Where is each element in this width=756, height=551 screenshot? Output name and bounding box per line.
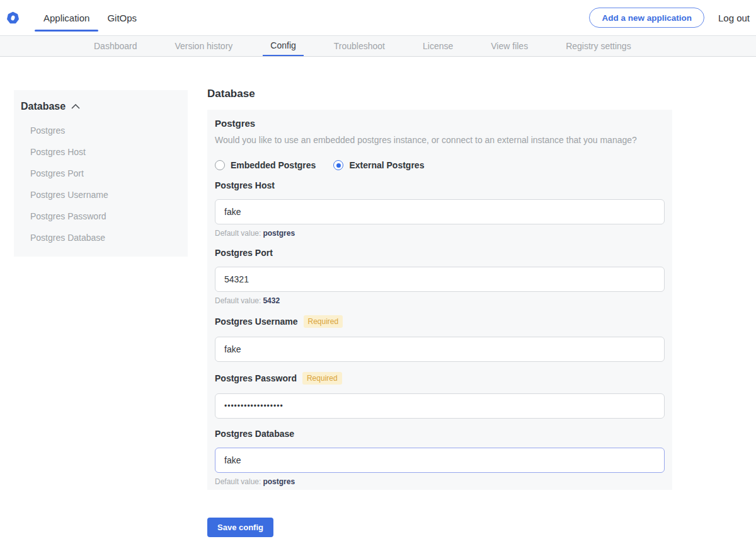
field-label: Postgres Password — [215, 373, 297, 383]
radio-external-postgres[interactable]: External Postgres — [333, 160, 424, 170]
sidebar-group-title: Database — [21, 101, 66, 112]
field-label: Postgres Port — [215, 248, 273, 258]
field-label: Postgres Username — [215, 316, 298, 327]
subnav-item-version-history[interactable]: Version history — [175, 36, 233, 56]
chevron-up-icon — [71, 104, 80, 109]
config-field: Postgres Password Required — [215, 372, 665, 419]
config-field: Postgres Host Default value:postgres — [215, 180, 665, 238]
config-field: Postgres Database Default value:postgres — [215, 429, 665, 486]
app-subnav: DashboardVersion historyConfigTroublesho… — [0, 35, 756, 57]
default-value-helper: Default value:postgres — [215, 477, 665, 486]
sidebar-item-list: PostgresPostgres HostPostgres PortPostgr… — [14, 120, 188, 248]
sidebar-item-postgres-database[interactable]: Postgres Database — [14, 227, 188, 248]
save-config-button[interactable]: Save config — [207, 518, 273, 537]
config-field: Postgres Port Default value:5432 — [215, 248, 665, 305]
postgres-port-input[interactable] — [215, 267, 665, 292]
logout-button[interactable]: Log out — [718, 13, 750, 23]
app-logo-icon[interactable] — [6, 11, 20, 25]
default-value: postgres — [263, 477, 295, 486]
sidebar-item-postgres-password[interactable]: Postgres Password — [14, 206, 188, 227]
postgres-username-input[interactable] — [215, 337, 665, 362]
config-group-help-text: Would you like to use an embedded postgr… — [215, 134, 665, 146]
admin-console-page: ApplicationGitOps Add a new application … — [0, 0, 756, 551]
subnav-item-registry-settings[interactable]: Registry settings — [566, 36, 631, 56]
subnav-item-config[interactable]: Config — [263, 36, 303, 56]
top-tab-gitops[interactable]: GitOps — [98, 0, 146, 35]
add-application-button[interactable]: Add a new application — [589, 8, 704, 28]
header-actions: Add a new application Log out — [589, 8, 756, 28]
top-tab-bar: ApplicationGitOps — [35, 0, 146, 35]
default-value-helper: Default value:postgres — [215, 229, 665, 238]
sidebar-item-postgres-username[interactable]: Postgres Username — [14, 184, 188, 206]
subnav-item-dashboard[interactable]: Dashboard — [94, 36, 137, 56]
postgres-host-input[interactable] — [215, 199, 665, 224]
subnav-item-troubleshoot[interactable]: Troubleshoot — [334, 36, 385, 56]
top-header: ApplicationGitOps Add a new application … — [0, 0, 756, 35]
postgres-password-input[interactable] — [215, 393, 665, 419]
required-badge: Required — [304, 315, 343, 328]
required-badge: Required — [302, 372, 342, 385]
default-value-helper: Default value:5432 — [215, 296, 665, 305]
field-label: Postgres Database — [215, 429, 294, 439]
subnav-item-license[interactable]: License — [423, 36, 453, 56]
postgres-mode-radio-group: Embedded Postgres External Postgres — [215, 160, 665, 170]
config-group-label: Postgres — [215, 118, 665, 129]
sidebar-item-postgres-port[interactable]: Postgres Port — [14, 163, 188, 184]
sidebar-item-postgres[interactable]: Postgres — [14, 120, 188, 141]
radio-circle-icon — [215, 160, 225, 170]
default-value: postgres — [263, 229, 295, 238]
config-group-panel: Postgres Would you like to use an embedd… — [207, 110, 672, 490]
top-tab-application[interactable]: Application — [35, 0, 98, 35]
config-field: Postgres Username Required — [215, 315, 665, 362]
config-main: Database Postgres Would you like to use … — [207, 88, 672, 537]
sidebar-item-postgres-host[interactable]: Postgres Host — [14, 141, 188, 163]
field-label: Postgres Host — [215, 180, 275, 190]
default-value: 5432 — [263, 296, 280, 305]
postgres-database-input[interactable] — [215, 448, 665, 473]
sidebar-group-database[interactable]: Database — [21, 101, 188, 112]
section-title: Database — [207, 88, 672, 100]
radio-embedded-postgres[interactable]: Embedded Postgres — [215, 160, 316, 170]
radio-circle-icon — [333, 160, 343, 170]
subnav-item-view-files[interactable]: View files — [491, 36, 528, 56]
config-sidebar: Database PostgresPostgres HostPostgres P… — [14, 90, 188, 257]
config-fields: Postgres Host Default value:postgres Pos… — [215, 180, 665, 486]
